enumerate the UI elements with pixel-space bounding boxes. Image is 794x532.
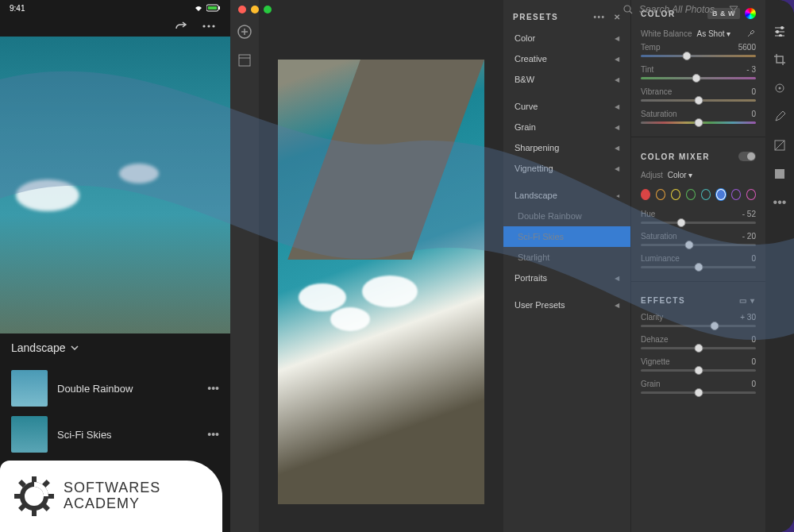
svg-rect-25 [32,508,37,516]
left-toolbar [230,0,259,532]
color-mixer-toggle[interactable] [738,152,756,161]
dehaze-slider[interactable]: Dehaze0 [631,333,765,356]
adjust-selector[interactable]: Adjust Color ▾ [631,168,765,186]
effects-title: EFFECTS [641,296,685,305]
preset-group-portraits[interactable]: Portraits◀ [503,268,630,288]
luminance-slider[interactable]: Luminance0 [631,253,765,275]
redo-icon[interactable] [175,19,189,33]
tint-slider[interactable]: Tint- 3 [631,64,765,86]
watermark-badge: SOFTWARES ACADEMY [0,461,222,532]
preset-group-sharpening[interactable]: Sharpening◀ [503,137,630,158]
more-icon[interactable] [202,19,216,33]
desktop-panel: Search All Photos [230,0,794,532]
preset-more-icon[interactable]: ••• [207,382,219,395]
filter-icon[interactable] [729,5,738,14]
vignette-slider[interactable]: Vignette0 [631,356,765,378]
add-photo-icon[interactable] [237,24,252,40]
temp-slider[interactable]: Temp5600 [631,41,765,64]
mobile-preset-row[interactable]: Double Rainbow ••• [11,365,219,411]
preset-group-creative[interactable]: Creative◀ [503,48,630,69]
preset-label: Double Rainbow [57,383,198,395]
preset-group-curve[interactable]: Curve◀ [503,96,630,117]
mobile-status-bar: 9:41 [0,0,230,16]
mobile-panel: 9:41 Landscape Double Rainbow [0,0,230,532]
more-tools-icon[interactable]: ••• [773,195,787,210]
minimize-window-icon[interactable] [251,6,259,13]
wb-selector[interactable]: As Shot ▾ [696,29,730,38]
mobile-category-selector[interactable]: Landscape [11,341,219,354]
mobile-preset-row[interactable]: Sci-Fi Skies ••• [11,411,219,457]
svg-rect-11 [239,55,250,66]
effects-compare-icon[interactable]: ▭ ▾ [739,296,756,305]
gear-logo-icon [13,475,56,518]
preset-double-rainbow[interactable]: Double Rainbow [503,206,630,226]
search-box[interactable]: Search All Photos [623,4,738,15]
white-balance-row: White Balance As Shot ▾ [631,25,765,41]
color-dot-aqua[interactable] [701,189,711,200]
preset-group-user[interactable]: User Presets◀ [503,295,630,315]
grain-slider[interactable]: Grain0 [631,378,765,400]
right-tool-rail: ••• [765,0,794,532]
preset-more-icon[interactable]: ••• [207,428,219,441]
clarity-slider[interactable]: Clarity+ 30 [631,311,765,333]
radial-icon[interactable] [773,167,787,181]
preset-group-bw[interactable]: B&W◀ [503,69,630,90]
color-dot-orange[interactable] [656,189,665,200]
wifi-icon [194,4,203,12]
svg-line-7 [630,11,632,13]
healing-brush-icon[interactable] [773,81,787,95]
crop-icon[interactable] [773,52,787,67]
mobile-category-label: Landscape [11,341,66,354]
battery-icon [206,4,221,12]
svg-point-14 [781,26,784,29]
effects-header: EFFECTS ▭ ▾ [631,288,765,311]
svg-point-3 [202,25,205,27]
close-window-icon[interactable] [238,6,246,13]
edit-sliders-icon[interactable] [773,24,787,38]
color-dot-yellow[interactable] [671,189,680,200]
maximize-window-icon[interactable] [264,6,272,13]
svg-rect-26 [14,494,22,499]
main-preview-image[interactable] [278,60,484,504]
window-controls[interactable] [238,6,272,13]
preset-label: Sci-Fi Skies [57,429,198,441]
color-dot-blue[interactable] [716,189,726,200]
preset-group-grain[interactable]: Grain◀ [503,117,630,137]
color-channel-dots [631,186,765,208]
svg-point-18 [779,34,782,37]
color-dot-magenta[interactable] [746,189,756,200]
color-mixer-header: COLOR MIXER [631,144,765,168]
preset-group-vignetting[interactable]: Vignetting◀ [503,158,630,179]
svg-rect-2 [218,6,220,10]
desktop-titlebar: Search All Photos [230,0,794,19]
search-icon [623,5,633,14]
preset-thumbnail [11,416,48,453]
preset-scifi-skies[interactable]: Sci-Fi Skies [503,226,630,247]
preset-group-color[interactable]: Color◀ [503,28,630,48]
mobile-preview-image [0,37,230,333]
color-mixer-title: COLOR MIXER [641,152,710,161]
wb-label: White Balance [641,29,692,38]
preset-starlight[interactable]: Starlight [503,247,630,268]
preset-thumbnail [11,370,48,407]
svg-point-5 [212,25,214,27]
svg-point-20 [779,87,781,90]
saturation-slider[interactable]: Saturation0 [631,108,765,130]
watermark-text: SOFTWARES ACADEMY [64,480,160,512]
color-dot-purple[interactable] [731,189,741,200]
chevron-down-icon [71,345,79,350]
color-dot-green[interactable] [686,189,696,200]
grid-view-icon[interactable] [237,52,252,68]
mixer-saturation-slider[interactable]: Saturation- 20 [631,230,765,253]
hue-slider[interactable]: Hue- 52 [631,208,765,230]
vibrance-slider[interactable]: Vibrance0 [631,86,765,108]
svg-point-4 [207,25,210,27]
svg-point-6 [624,6,630,12]
mobile-toolbar [0,16,230,37]
brush-icon[interactable] [773,110,787,124]
gradient-icon[interactable] [773,138,787,152]
eyedropper-icon[interactable] [746,29,756,38]
preset-group-landscape[interactable]: Landscape▾ [503,185,630,206]
color-dot-red[interactable] [641,189,650,200]
canvas-area [259,0,503,532]
